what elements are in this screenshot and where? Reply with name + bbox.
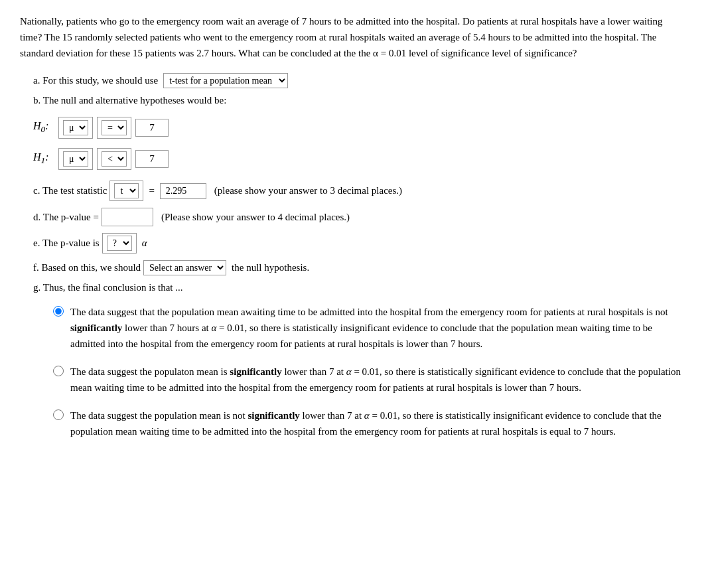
part-a: a. For this study, we should use t-test … bbox=[33, 73, 686, 88]
conclusion-action-select[interactable]: Select an answer reject fail to reject bbox=[143, 260, 226, 275]
test-stat-value: 2.295 bbox=[160, 183, 206, 199]
h1-value: 7 bbox=[149, 153, 155, 164]
pvalue-input-box[interactable] bbox=[102, 208, 153, 226]
h1-variable-select[interactable]: μ p x̄ bbox=[63, 151, 88, 167]
h1-operator-select[interactable]: = < > ≤ ≥ ≠ bbox=[102, 151, 127, 167]
h0-label: H0: bbox=[33, 120, 54, 135]
h1-value-box: 7 bbox=[135, 150, 169, 168]
part-d: d. The p-value = (Please show your answe… bbox=[33, 208, 686, 226]
radio-3-text: The data suggest the population mean is … bbox=[70, 407, 686, 439]
part-c: c. The test statistic t z = 2.295 (pleas… bbox=[33, 181, 686, 201]
part-a-label: a. For this study, we should use bbox=[33, 75, 158, 86]
pvalue-comparison-select[interactable]: ? > < ≤ ≥ = bbox=[107, 236, 132, 251]
radio-option-2: The data suggest the populaton mean is s… bbox=[53, 364, 686, 396]
h0-value-box: 7 bbox=[135, 119, 169, 137]
h1-symbol-box: μ p x̄ bbox=[58, 148, 93, 170]
h0-variable-select[interactable]: μ p x̄ bbox=[63, 120, 88, 135]
h1-label: H1: bbox=[33, 151, 54, 166]
c-equals: = bbox=[149, 185, 154, 196]
h0-operator-select[interactable]: = < > ≤ ≥ ≠ bbox=[102, 120, 127, 135]
pvalue-input[interactable] bbox=[107, 210, 147, 224]
test-stat-type-select[interactable]: t z bbox=[114, 183, 139, 198]
radio-2-text: The data suggest the populaton mean is s… bbox=[70, 364, 686, 396]
part-g-label-row: g. Thus, the final conclusion is that ..… bbox=[33, 282, 686, 293]
c-stat-box: t z bbox=[109, 181, 143, 201]
part-d-label: d. The p-value = bbox=[33, 212, 99, 223]
h1-operator-box: = < > ≤ ≥ ≠ bbox=[97, 148, 131, 170]
part-g-label: g. Thus, the final conclusion is that ..… bbox=[33, 282, 183, 293]
hypothesis-block: H0: μ p x̄ = < > ≤ ≥ ≠ 7 bbox=[33, 117, 686, 170]
radio-1-text: The data suggest that the population mea… bbox=[70, 304, 686, 352]
part-b-label: b. The null and alternative hypotheses w… bbox=[33, 95, 226, 106]
radio-option-3: The data suggest the population mean is … bbox=[53, 407, 686, 439]
part-f-label: f. Based on this, we should bbox=[33, 262, 141, 273]
part-c-label: c. The test statistic bbox=[33, 185, 107, 196]
radio-2-input[interactable] bbox=[53, 366, 64, 376]
part-b-label-row: b. The null and alternative hypotheses w… bbox=[33, 95, 686, 106]
radio-3-input[interactable] bbox=[53, 409, 64, 420]
part-f-suffix: the null hypothesis. bbox=[232, 262, 309, 273]
h0-operator-box: = < > ≤ ≥ ≠ bbox=[97, 117, 131, 139]
part-f: f. Based on this, we should Select an an… bbox=[33, 260, 686, 275]
e-alpha: α bbox=[142, 238, 147, 249]
intro-paragraph: Nationally, patients who go to the emerg… bbox=[20, 13, 686, 61]
part-c-note: (please show your answer to 3 decimal pl… bbox=[214, 185, 402, 196]
part-d-note: (Please show your answer to 4 decimal pl… bbox=[161, 212, 350, 223]
h0-value: 7 bbox=[149, 122, 155, 133]
radio-option-1: The data suggest that the population mea… bbox=[53, 304, 686, 352]
h0-row: H0: μ p x̄ = < > ≤ ≥ ≠ 7 bbox=[33, 117, 686, 139]
pvalue-comparison-box: ? > < ≤ ≥ = bbox=[102, 233, 137, 254]
main-section: a. For this study, we should use t-test … bbox=[33, 73, 686, 439]
radio-1-input[interactable] bbox=[53, 306, 64, 317]
part-e: e. The p-value is ? > < ≤ ≥ = α bbox=[33, 233, 686, 254]
h1-row: H1: μ p x̄ = < > ≤ ≥ ≠ 7 bbox=[33, 148, 686, 170]
part-e-label: e. The p-value is bbox=[33, 238, 100, 249]
h0-symbol-box: μ p x̄ bbox=[58, 117, 93, 139]
conclusion-radio-group: The data suggest that the population mea… bbox=[53, 304, 686, 439]
study-type-select[interactable]: t-test for a population mean z-test for … bbox=[163, 73, 288, 88]
